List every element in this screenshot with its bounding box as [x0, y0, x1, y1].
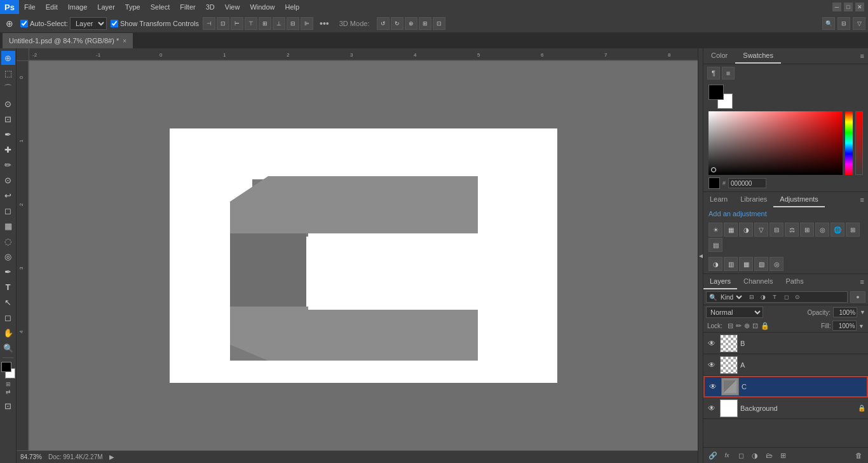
share-icon[interactable]: ▽ — [853, 17, 865, 30]
auto-select-checkbox[interactable] — [20, 20, 28, 27]
selective-color-icon[interactable]: ◎ — [770, 257, 783, 271]
path-selection-tool[interactable]: ↖ — [1, 295, 15, 309]
crop-tool[interactable]: ⊡ — [1, 112, 15, 126]
opacity-bar[interactable] — [855, 111, 863, 175]
menu-3d[interactable]: 3D — [201, 0, 220, 14]
layer-target-dropdown[interactable]: Layer — [70, 17, 107, 30]
layer-row-c[interactable]: 👁 C — [703, 376, 868, 397]
spot-healing-tool[interactable]: ✚ — [1, 142, 15, 156]
adjustment-layer-icon[interactable]: ◑ — [749, 450, 761, 461]
screen-mode-icon[interactable]: ⊟ — [837, 17, 850, 30]
more-options-icon[interactable]: ••• — [317, 18, 332, 29]
align-bottom-icon[interactable]: ⊥ — [273, 17, 285, 30]
3d-icon-1[interactable]: ↺ — [377, 17, 390, 30]
minimize-button[interactable]: ─ — [832, 3, 841, 11]
rectangular-marquee-tool[interactable]: ⬚ — [1, 66, 15, 80]
lock-image-icon[interactable]: ✏ — [736, 322, 742, 330]
new-group-icon[interactable]: 🗁 — [763, 450, 775, 461]
3d-icon-5[interactable]: ⊡ — [433, 17, 445, 30]
blur-tool[interactable]: ◌ — [1, 234, 15, 248]
levels-icon[interactable]: ▦ — [724, 223, 738, 237]
tab-close-button[interactable]: × — [123, 38, 126, 45]
shape-tool[interactable]: ◻ — [1, 310, 15, 324]
layers-panel-menu[interactable]: ≡ — [857, 274, 868, 289]
tab-layers[interactable]: Layers — [703, 274, 737, 289]
quick-mask-mode[interactable]: ⊡ — [1, 399, 15, 413]
color-balance-icon[interactable]: ⊞ — [800, 223, 814, 237]
menu-select[interactable]: Select — [146, 0, 175, 14]
opacity-stepper[interactable]: ▼ — [860, 309, 865, 315]
eyedropper-tool[interactable]: ✒ — [1, 127, 15, 141]
menu-window[interactable]: Window — [245, 0, 280, 14]
canvas-arrow[interactable]: ▶ — [109, 453, 114, 460]
blend-mode-dropdown[interactable]: Normal — [706, 307, 763, 318]
color-gradient-picker[interactable] — [709, 111, 843, 175]
opacity-input[interactable] — [833, 307, 857, 317]
add-mask-icon[interactable]: ◻ — [735, 450, 747, 461]
layer-row-a[interactable]: 👁 A — [703, 354, 868, 376]
tab-channels[interactable]: Channels — [737, 274, 779, 289]
filter-adjustment-icon[interactable]: ◑ — [758, 292, 768, 302]
menu-file[interactable]: File — [19, 0, 41, 14]
document-tab[interactable]: Untitled-1.psd @ 84.7% (RGB/8#) * × — [3, 33, 133, 48]
align-left-icon[interactable]: ⊣ — [203, 17, 215, 30]
3d-icon-2[interactable]: ↻ — [391, 17, 403, 30]
align-left-text-icon[interactable]: ≡ — [722, 67, 735, 79]
text-tool[interactable]: T — [1, 280, 15, 294]
menu-filter[interactable]: Filter — [175, 0, 200, 14]
gradient-map-icon[interactable]: ▧ — [754, 257, 768, 271]
tab-libraries[interactable]: Libraries — [734, 192, 773, 207]
new-layer-icon[interactable]: ⊞ — [777, 450, 789, 461]
history-brush-tool[interactable]: ↩ — [1, 188, 15, 202]
layer-visibility-c[interactable]: 👁 — [707, 381, 719, 392]
dodge-tool[interactable]: ◎ — [1, 249, 15, 263]
brightness-contrast-icon[interactable]: ☀ — [709, 223, 722, 237]
search-icon[interactable]: 🔍 — [822, 17, 835, 30]
lock-all-icon[interactable]: 🔒 — [761, 322, 770, 330]
menu-view[interactable]: View — [220, 0, 245, 14]
lasso-tool[interactable]: ⌒ — [1, 81, 15, 95]
filter-type-icon[interactable]: T — [770, 292, 780, 302]
posterize-icon[interactable]: ▥ — [724, 257, 738, 271]
tab-learn[interactable]: Learn — [703, 192, 734, 207]
layer-visibility-b[interactable]: 👁 — [706, 338, 717, 349]
link-layers-icon[interactable]: 🔗 — [707, 450, 719, 461]
delete-layer-icon[interactable]: 🗑 — [853, 450, 864, 461]
move-tool-button[interactable]: ⊕ — [1, 51, 15, 65]
zoom-tool[interactable]: 🔍 — [1, 341, 15, 355]
panel-collapse-handle[interactable]: ◀ — [698, 48, 703, 463]
move-tool-icon[interactable]: ⊕ — [3, 17, 17, 31]
menu-help[interactable]: Help — [280, 0, 305, 14]
eraser-tool[interactable]: ◻ — [1, 204, 15, 218]
spectrum-bar[interactable] — [845, 111, 853, 175]
layer-row-b[interactable]: 👁 B — [703, 333, 868, 354]
switch-colors-icon[interactable]: ⇄ — [6, 389, 11, 395]
filter-kind-dropdown[interactable]: Kind — [718, 293, 744, 301]
magic-wand-tool[interactable]: ⊙ — [1, 97, 15, 111]
fill-stepper[interactable]: ▼ — [858, 323, 864, 329]
channel-mixer-icon[interactable]: ⊞ — [846, 223, 860, 237]
layer-row-background[interactable]: 👁 Background 🔒 — [703, 397, 868, 419]
clone-stamp-tool[interactable]: ⊙ — [1, 173, 15, 187]
tab-color[interactable]: Color — [703, 48, 735, 64]
menu-image[interactable]: Image — [63, 0, 93, 14]
hex-input[interactable] — [728, 178, 766, 188]
color-panel-menu[interactable]: ≡ — [857, 48, 868, 64]
tab-paths[interactable]: Paths — [780, 274, 810, 289]
black-white-icon[interactable]: ◎ — [815, 223, 829, 237]
vibrance-icon[interactable]: ⊟ — [770, 223, 783, 237]
hue-saturation-icon[interactable]: ⚖ — [785, 223, 799, 237]
foreground-color-swatch[interactable] — [1, 362, 11, 372]
fill-input[interactable] — [832, 321, 857, 331]
layer-visibility-background[interactable]: 👁 — [706, 403, 717, 414]
distribute-left-icon[interactable]: ⊟ — [287, 17, 299, 30]
filter-toggle[interactable]: ● — [850, 291, 865, 303]
menu-layer[interactable]: Layer — [92, 0, 120, 14]
invert-icon[interactable]: ◑ — [709, 257, 722, 271]
3d-icon-3[interactable]: ⊕ — [405, 17, 417, 30]
lock-position-icon[interactable]: ⊕ — [744, 322, 750, 330]
fg-color-box[interactable] — [709, 85, 724, 100]
pen-tool[interactable]: ✒ — [1, 265, 15, 279]
adjustments-panel-menu[interactable]: ≡ — [857, 192, 868, 207]
align-center-v-icon[interactable]: ⊞ — [259, 17, 271, 30]
